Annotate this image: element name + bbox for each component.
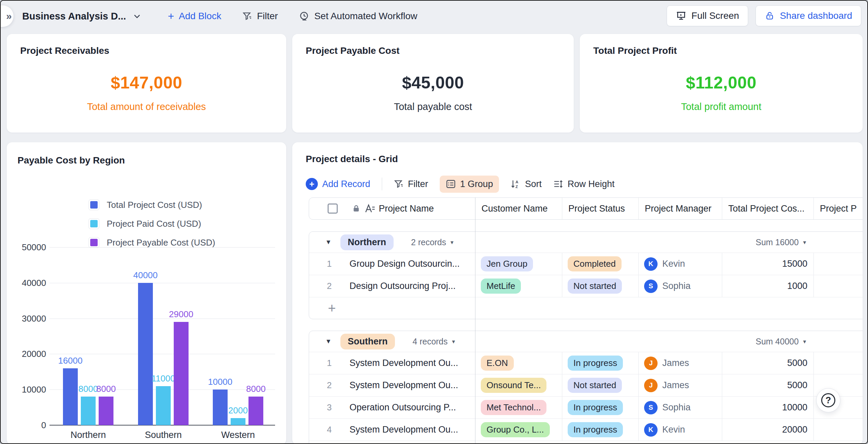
customer-pill: Onsound Te...	[481, 378, 547, 393]
total-project-cost-cell[interactable]: 20000	[722, 419, 814, 441]
group-sum-dropdown[interactable]: Sum 40000▼	[755, 337, 807, 346]
project-name-cell[interactable]: 2Design Outsourcing Proj...	[309, 275, 475, 297]
project-status-cell[interactable]: In progress	[562, 419, 639, 441]
select-all-checkbox[interactable]	[328, 204, 338, 214]
column-header-customer-name[interactable]: Customer Name	[475, 198, 562, 219]
table-row[interactable]: 1System Development Ou...E.ONIn progress…	[309, 352, 863, 374]
total-project-cost-cell[interactable]: 10000	[722, 397, 814, 418]
project-payable-cell[interactable]	[814, 352, 863, 374]
project-payable-cell[interactable]	[814, 275, 863, 297]
project-manager-cell[interactable]: KKevin	[639, 253, 722, 275]
column-header-project-name[interactable]: Project Name	[309, 198, 475, 219]
table-row[interactable]: 1Group Design Outsourcin...Jen GroupComp…	[309, 252, 863, 275]
group-collapse-icon[interactable]: ▼	[325, 338, 332, 345]
gridline	[50, 247, 275, 247]
group-records-dropdown[interactable]: 4 records▼	[412, 337, 456, 346]
y-tick-label: 30000	[14, 313, 46, 323]
row-number[interactable]: 1	[309, 259, 349, 269]
y-tick-label: 50000	[14, 242, 46, 252]
row-number[interactable]: 3	[309, 402, 349, 413]
project-status-cell[interactable]: Not started	[562, 374, 639, 396]
project-manager-cell[interactable]: SSophia	[639, 397, 722, 418]
expand-sidebar-button[interactable]: »	[0, 5, 13, 27]
total-project-cost-cell[interactable]: 5000	[722, 374, 814, 396]
customer-pill: Jen Group	[481, 256, 533, 271]
legend-label: Total Project Cost (USD)	[107, 200, 202, 210]
total-project-cost-cell[interactable]: 15000	[722, 253, 814, 275]
table-row[interactable]: 4System Development Ou...Group Co., L...…	[309, 418, 863, 441]
total-project-cost-cell[interactable]: 1000	[722, 275, 814, 297]
column-header-project-payable[interactable]: Project P	[814, 198, 863, 219]
sort-button[interactable]: AZ Sort	[510, 179, 542, 190]
legend-label: Project Payable Cost (USD)	[107, 237, 215, 248]
category-label: Northern	[58, 430, 119, 440]
table-row[interactable]: 2System Development Ou...Onsound Te...No…	[309, 374, 863, 396]
kpi-value: $45,000	[292, 73, 574, 93]
add-record-button[interactable]: + Add Record	[306, 178, 370, 190]
project-name-cell[interactable]: 1Group Design Outsourcin...	[309, 253, 475, 275]
project-status-cell[interactable]: In progress	[562, 352, 639, 374]
row-number[interactable]: 1	[309, 358, 349, 368]
y-tick-label: 10000	[14, 384, 46, 395]
column-header-total-project-cost[interactable]: Total Project Cos...	[722, 198, 814, 219]
table-row[interactable]: 2Design Outsourcing Proj...MetLifeNot st…	[309, 275, 863, 297]
project-status-cell[interactable]: In progress	[562, 397, 639, 418]
group-collapse-icon[interactable]: ▼	[325, 238, 332, 246]
table-groups: ▼Northern2 records▼Sum 16000▼1Group Desi…	[309, 231, 863, 444]
column-header-project-status[interactable]: Project Status	[562, 198, 639, 219]
project-name-text: System Development Ou...	[349, 424, 458, 435]
project-name-cell[interactable]: 2System Development Ou...	[309, 374, 475, 396]
project-manager-cell[interactable]: JJames	[639, 352, 722, 374]
gridline	[50, 283, 275, 283]
svg-text:Z: Z	[516, 184, 518, 189]
dashboard-title: Business Analysis D...	[22, 11, 126, 22]
project-payable-cell[interactable]	[814, 253, 863, 275]
row-number[interactable]: 2	[309, 380, 349, 390]
project-name-cell[interactable]: 3Operation Outsourcing P...	[309, 397, 475, 418]
legend-item[interactable]: Total Project Cost (USD)	[89, 200, 215, 210]
table-row[interactable]: 3Operation Outsourcing P...Met Technol..…	[309, 396, 863, 418]
row-number[interactable]: 4	[309, 424, 349, 435]
help-button[interactable]: ?	[816, 388, 840, 412]
project-manager-cell[interactable]: SSophia	[639, 275, 722, 297]
row-height-button[interactable]: Row Height	[553, 179, 615, 190]
grid-table: Project Name Customer Name Project Statu…	[309, 198, 863, 444]
column-header-project-manager[interactable]: Project Manager	[639, 198, 722, 219]
full-screen-button[interactable]: Full Screen	[666, 5, 748, 26]
share-dashboard-button[interactable]: Share dashboard	[755, 5, 861, 26]
customer-name-cell[interactable]: Onsound Te...	[475, 374, 562, 396]
bar-label: 8000	[83, 384, 130, 394]
manager-name: Kevin	[662, 259, 685, 269]
dashboard-filter-button[interactable]: Filter	[242, 11, 278, 22]
customer-name-cell[interactable]: Jen Group	[475, 253, 562, 275]
project-payable-cell[interactable]	[814, 419, 863, 441]
kpi-value: $147,000	[7, 73, 286, 93]
customer-name-cell[interactable]: Met Technol...	[475, 397, 562, 418]
add-row-button[interactable]: +	[309, 441, 863, 444]
add-row-button[interactable]: +	[309, 297, 863, 319]
grid-filter-button[interactable]: Filter	[394, 179, 428, 190]
customer-name-cell[interactable]: E.ON	[475, 352, 562, 374]
project-manager-cell[interactable]: JJames	[639, 374, 722, 396]
total-project-cost-cell[interactable]: 5000	[722, 352, 814, 374]
customer-name-cell[interactable]: MetLife	[475, 275, 562, 297]
project-name-cell[interactable]: 4System Development Ou...	[309, 419, 475, 441]
dashboard-title-dropdown[interactable]: Business Analysis D...	[22, 11, 142, 22]
project-name-cell[interactable]: 1System Development Ou...	[309, 352, 475, 374]
project-status-cell[interactable]: Not started	[562, 275, 639, 297]
project-status-cell[interactable]: Completed	[562, 253, 639, 275]
add-block-button[interactable]: + Add Block	[168, 11, 221, 22]
bar	[174, 322, 189, 425]
group-button[interactable]: 1 Group	[440, 176, 499, 193]
group-records-dropdown[interactable]: 2 records▼	[411, 237, 455, 247]
legend-item[interactable]: Project Paid Cost (USD)	[89, 218, 215, 229]
customer-name-cell[interactable]: Group Co., L...	[475, 419, 562, 441]
group-sum-dropdown[interactable]: Sum 16000▼	[755, 237, 807, 247]
legend-item[interactable]: Project Payable Cost (USD)	[89, 237, 215, 248]
row-number[interactable]: 2	[309, 281, 349, 291]
chart-title: Payable Cost by Region	[18, 155, 125, 166]
customer-pill: Group Co., L...	[481, 422, 550, 437]
project-manager-cell[interactable]: KKevin	[639, 419, 722, 441]
set-automated-workflow-button[interactable]: Set Automated Workflow	[299, 11, 417, 22]
gridline	[50, 354, 275, 354]
